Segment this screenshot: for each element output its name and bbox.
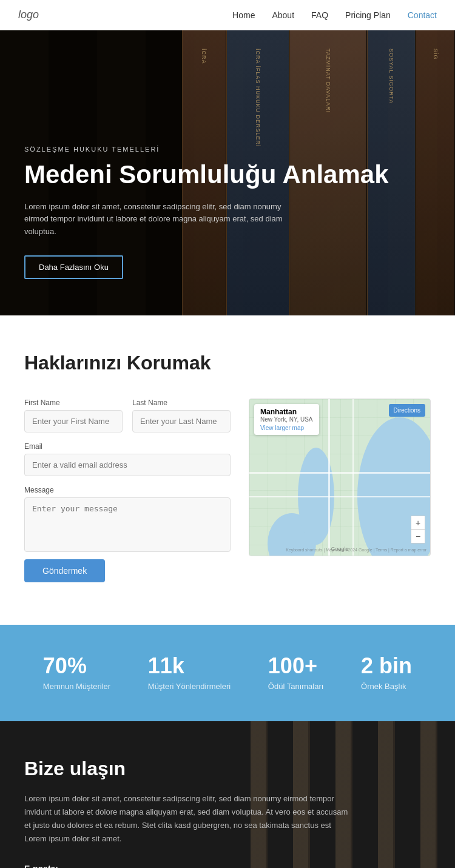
map-side: Manhattan New York, NY, USA View larger … xyxy=(249,399,431,556)
first-name-label: First Name xyxy=(24,399,123,407)
form-map-row: First Name Last Name Email Message Gönde… xyxy=(24,399,431,582)
nav-pricing[interactable]: Pricing Plan xyxy=(345,10,391,20)
map-info-box: Manhattan New York, NY, USA View larger … xyxy=(254,404,319,435)
map-inner: Manhattan New York, NY, USA View larger … xyxy=(249,399,430,556)
hero-title: Medeni Sorumluluğu Anlamak xyxy=(24,160,389,189)
map-zoom-controls: + − xyxy=(411,516,425,543)
stat-2-number: 100+ xyxy=(268,655,324,677)
contact-section: Bize ulaşın Lorem ipsum dolor sit amet, … xyxy=(0,721,455,868)
message-textarea[interactable] xyxy=(24,497,231,552)
nav-faq[interactable]: FAQ xyxy=(311,10,328,20)
map-road-v2 xyxy=(352,399,354,556)
map-footer-text: Keyboard shortcuts | Map data ©2024 Goog… xyxy=(286,548,426,552)
map-road-h2 xyxy=(249,496,430,497)
email-contact-label: E-posta: xyxy=(24,864,431,868)
map-road-h1 xyxy=(249,472,430,474)
hero-section: İCRA İCRA İFLAS HUKUKU DERSLERİ TAZMİNAT… xyxy=(0,30,455,315)
logo: logo xyxy=(18,8,39,21)
book-title-2: İCRA İFLAS HUKUKU DERSLERİ xyxy=(255,49,261,147)
stat-3-label: Örnek Başlık xyxy=(361,682,412,691)
last-name-input[interactable] xyxy=(132,410,231,432)
message-group: Message xyxy=(24,486,231,552)
message-label: Message xyxy=(24,486,231,494)
contact-heading: Bize ulaşın xyxy=(24,758,431,780)
form-section-heading: Haklarınızı Korumak xyxy=(24,352,431,374)
nav-about[interactable]: About xyxy=(272,10,294,20)
book-5: SİG xyxy=(416,30,455,315)
first-name-input[interactable] xyxy=(24,410,123,432)
last-name-group: Last Name xyxy=(132,399,231,432)
map-zoom-in-button[interactable]: + xyxy=(411,516,425,530)
stat-1-label: Müşteri Yönlendirmeleri xyxy=(148,682,231,691)
map-subtitle: New York, NY, USA xyxy=(260,416,313,423)
nav-contact[interactable]: Contact xyxy=(408,10,437,20)
first-name-group: First Name xyxy=(24,399,123,432)
stat-0-label: Memnun Müşteriler xyxy=(43,682,110,691)
email-group: Email xyxy=(24,442,231,476)
email-input[interactable] xyxy=(24,454,231,476)
stat-0-number: 70% xyxy=(43,655,110,677)
email-label: Email xyxy=(24,442,231,451)
hero-subtitle: SÖZLEŞME HUKUKU TEMELLERİ xyxy=(24,146,389,153)
book-title-5: SİG xyxy=(433,49,439,60)
name-row: First Name Last Name xyxy=(24,399,231,432)
form-section: Haklarınızı Korumak First Name Last Name… xyxy=(0,315,455,625)
map-title: Manhattan xyxy=(260,408,313,416)
contact-description: Lorem ipsum dolor sit amet, consetetur s… xyxy=(24,792,352,846)
stat-3-number: 2 bin xyxy=(361,655,412,677)
book-title-1: İCRA xyxy=(201,49,207,64)
stat-2: 100+ Ödül Tanımaları xyxy=(268,655,324,691)
navbar: logo Home About FAQ Pricing Plan Contact xyxy=(0,0,455,30)
hero-description: Lorem ipsum dolor sit amet, consetetur s… xyxy=(24,201,285,238)
hero-content: SÖZLEŞME HUKUKU TEMELLERİ Medeni Sorumlu… xyxy=(0,146,413,279)
last-name-label: Last Name xyxy=(132,399,231,407)
stat-1-number: 11k xyxy=(148,655,231,677)
submit-button[interactable]: Göndermek xyxy=(24,559,105,582)
stat-1: 11k Müşteri Yönlendirmeleri xyxy=(148,655,231,691)
stat-2-label: Ödül Tanımaları xyxy=(268,682,324,691)
stat-0: 70% Memnun Müşteriler xyxy=(43,655,110,691)
map-container[interactable]: Manhattan New York, NY, USA View larger … xyxy=(249,399,431,556)
map-view-larger-link[interactable]: View larger map xyxy=(260,425,313,431)
stats-section: 70% Memnun Müşteriler 11k Müşteri Yönlen… xyxy=(0,625,455,721)
book-title-3: TAZMİNAT DAVALARI xyxy=(325,49,331,113)
stat-3: 2 bin Örnek Başlık xyxy=(361,655,412,691)
form-container: First Name Last Name Email Message Gönde… xyxy=(24,399,231,582)
contact-info: E-posta: info@company.com Telefon: +123-… xyxy=(24,864,431,868)
book-title-4: SOSYAL SİGORTA xyxy=(388,49,394,104)
map-zoom-out-button[interactable]: − xyxy=(411,530,425,543)
map-directions-button[interactable]: Directions xyxy=(389,404,425,417)
nav-links: Home About FAQ Pricing Plan Contact xyxy=(232,10,437,20)
hero-cta-button[interactable]: Daha Fazlasını Oku xyxy=(24,255,123,279)
nav-home[interactable]: Home xyxy=(232,10,255,20)
map-road-v1 xyxy=(328,399,330,556)
